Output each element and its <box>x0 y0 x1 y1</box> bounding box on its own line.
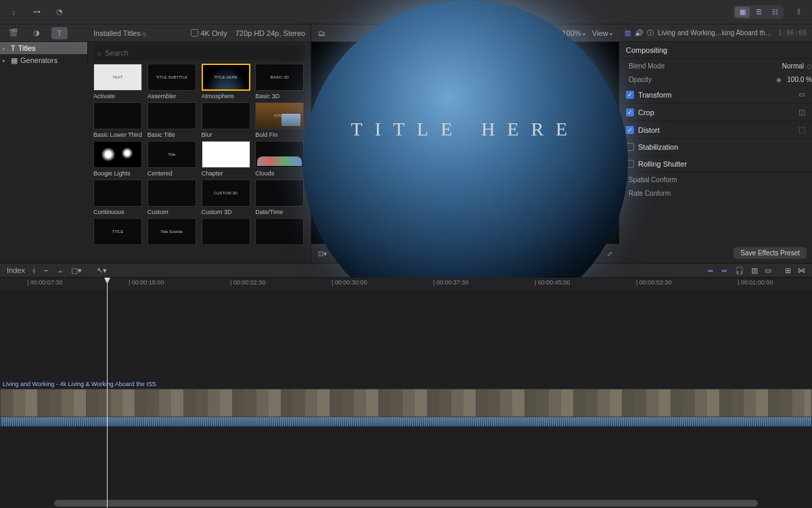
thumbnail-label: Bold Fin <box>255 131 304 138</box>
title-thumbnail[interactable]: BASIC 3DBasic 3D <box>255 64 304 100</box>
category-titles[interactable]: ▸ T Titles <box>0 42 87 54</box>
spatial-conform-row[interactable]: Spatial Conform <box>619 173 812 186</box>
primary-storyline[interactable]: Living and Working - 4k Living & Working… <box>0 379 812 428</box>
title-thumbnail[interactable] <box>202 218 250 247</box>
solo-icon[interactable]: 🎧 <box>735 266 744 275</box>
ruler-tick: | 00:00:45:00 <box>535 279 570 286</box>
timeline-index-button[interactable]: Index <box>7 266 25 274</box>
title-thumbnail[interactable]: Chapter <box>202 141 250 177</box>
title-thumbnail[interactable]: TITLE SUBTITLEAssembler <box>148 64 196 100</box>
titles-generators-icon[interactable]: T <box>51 27 68 39</box>
title-thumbnail[interactable]: Title Subtitle <box>148 218 196 247</box>
checkbox-icon[interactable]: ✓ <box>626 108 634 117</box>
thumbnail-preview: Title Subtitle <box>148 218 196 245</box>
thumbnail-preview: TITLE HERE <box>202 64 250 91</box>
display-options-icon[interactable]: ⊡▾ <box>318 250 327 257</box>
scrollbar-thumb[interactable] <box>54 500 758 507</box>
skimming-icon[interactable]: ⫬ <box>706 266 714 274</box>
category-generators[interactable]: ▸ ▦ Generators <box>0 54 87 66</box>
title-thumbnail[interactable]: TITLE HEREAtmosphere <box>202 64 250 100</box>
thumbnail-preview <box>93 141 142 168</box>
title-thumbnail[interactable]: Continuous <box>93 179 142 215</box>
connect-clip-icon[interactable]: ⫞ <box>32 266 36 274</box>
thumbnail-label: Basic Title <box>148 131 196 138</box>
append-clip-icon[interactable]: ⫠ <box>57 266 64 274</box>
opacity-row[interactable]: Opacity ◆ 100.0 % <box>619 72 812 86</box>
inspector-group-distort[interactable]: ✓Distort⬚ <box>619 121 812 139</box>
inspector-group-transform[interactable]: ✓Transform▭ <box>619 86 812 104</box>
library-header: 🎬 ◑ T <box>0 24 88 42</box>
ruler-tick: | 00:01:00:00 <box>738 279 773 286</box>
show-inspector-button[interactable]: ☷ <box>767 7 782 18</box>
checkbox-icon <box>191 29 198 37</box>
search-input[interactable]: ⌕ Search <box>93 45 305 60</box>
4k-only-checkbox[interactable]: 4K Only <box>191 29 227 37</box>
checkbox-icon[interactable]: ✓ <box>626 126 634 134</box>
thumbnail-label: Clouds <box>255 170 304 177</box>
overwrite-clip-icon[interactable]: ▢▾ <box>71 266 82 275</box>
thumbnail-preview: CUSTOM 3D <box>202 179 250 207</box>
title-thumbnail[interactable]: TITLE <box>93 218 142 247</box>
save-effects-preset-button[interactable]: Save Effects Preset <box>734 247 807 259</box>
viewer-canvas[interactable]: TITLE HERE <box>311 42 619 244</box>
keyframe-icon[interactable]: ◆ <box>776 76 782 83</box>
fullscreen-icon[interactable]: ⤢ <box>607 250 612 257</box>
thumbnail-label: Basic Lower Third <box>93 131 142 138</box>
title-thumbnail[interactable] <box>255 218 304 247</box>
title-thumbnail[interactable]: Basic Lower Third <box>93 102 142 138</box>
inspector-group-crop[interactable]: ✓Crop◫ <box>619 104 812 121</box>
keyword-icon[interactable]: ⊶ <box>28 6 45 18</box>
thumbnail-preview <box>202 102 250 129</box>
thumbnail-preview <box>255 179 304 207</box>
browser-filter-popup[interactable]: Installed Titles <box>93 29 146 37</box>
timeline-scrollbar[interactable] <box>54 500 758 507</box>
audio-clip-strip[interactable] <box>0 417 812 427</box>
show-timeline-button[interactable]: ☰ <box>751 7 766 18</box>
timeline-ruler[interactable]: | 00:00:07:30| 00:00:15:00| 00:00:22:30|… <box>0 278 812 290</box>
title-thumbnail[interactable]: TEXTActivate <box>93 64 142 100</box>
snapping-icon[interactable]: ▥ <box>751 266 758 275</box>
blend-mode-row[interactable]: Blend Mode Normal◇ <box>619 59 812 72</box>
title-thumbnail[interactable]: TITLEBold Fin <box>255 102 304 138</box>
title-thumbnail[interactable]: Blur <box>202 102 250 138</box>
ruler-tick: | 00:00:15:00 <box>129 279 164 286</box>
audio-skimming-icon[interactable]: ⫭ <box>721 266 728 274</box>
timeline-effects-icon[interactable]: ⊞ <box>785 266 791 275</box>
title-thumbnail[interactable]: Clouds <box>255 141 304 177</box>
reset-icon[interactable]: ◫ <box>798 108 805 117</box>
reset-icon[interactable]: ▭ <box>798 90 805 99</box>
reset-icon[interactable]: ⬚ <box>798 125 805 134</box>
video-clip-strip[interactable] <box>0 389 812 417</box>
timeline[interactable]: | 00:00:07:30| 00:00:15:00| 00:00:22:30|… <box>0 278 812 508</box>
import-icon[interactable]: ↓ <box>5 6 22 18</box>
timeline-transitions-icon[interactable]: ⋈ <box>798 266 805 275</box>
audio-inspector-icon[interactable]: 🔊 <box>635 29 643 37</box>
thumbnail-label: Custom <box>148 209 196 215</box>
insert-clip-icon[interactable]: ⫟ <box>43 266 50 274</box>
title-thumbnail[interactable]: Custom <box>148 179 196 215</box>
info-inspector-icon[interactable]: ⓘ <box>647 28 654 38</box>
rate-conform-row[interactable]: Rate Conform <box>619 186 812 200</box>
title-thumbnail[interactable]: TitleCentered <box>148 141 196 177</box>
show-browser-button[interactable]: ▦ <box>735 7 750 18</box>
photos-icon[interactable]: ◑ <box>28 27 45 39</box>
title-thumbnail[interactable]: Date/Time <box>255 179 304 215</box>
title-thumbnail[interactable]: Basic Title <box>148 102 196 138</box>
share-icon[interactable]: ⇪ <box>790 6 807 18</box>
clip-appearance-icon[interactable]: ▭ <box>765 266 771 275</box>
bg-tasks-icon[interactable]: ◔ <box>51 6 68 18</box>
inspector-group-rolling-shutter[interactable]: Rolling Shutter <box>619 156 812 173</box>
thumbnail-label: Assembler <box>148 93 196 100</box>
thumbnail-preview <box>255 218 304 245</box>
disclosure-arrow-icon[interactable]: ▸ <box>3 45 8 51</box>
select-tool-icon[interactable]: ↖▾ <box>97 266 107 275</box>
checkbox-icon[interactable]: ✓ <box>626 91 634 99</box>
title-thumbnail[interactable]: CUSTOM 3DCustom 3D <box>202 179 250 215</box>
disclosure-arrow-icon[interactable]: ▸ <box>3 58 8 64</box>
view-popup[interactable]: View <box>592 29 612 37</box>
playhead[interactable] <box>107 278 108 508</box>
clapperboard-icon[interactable]: 🎬 <box>5 27 22 39</box>
video-inspector-icon[interactable]: ▥ <box>625 29 631 37</box>
title-thumbnail[interactable]: Boogie Lights <box>93 141 142 177</box>
inspector-group-stabilization[interactable]: Stabilization <box>619 139 812 156</box>
